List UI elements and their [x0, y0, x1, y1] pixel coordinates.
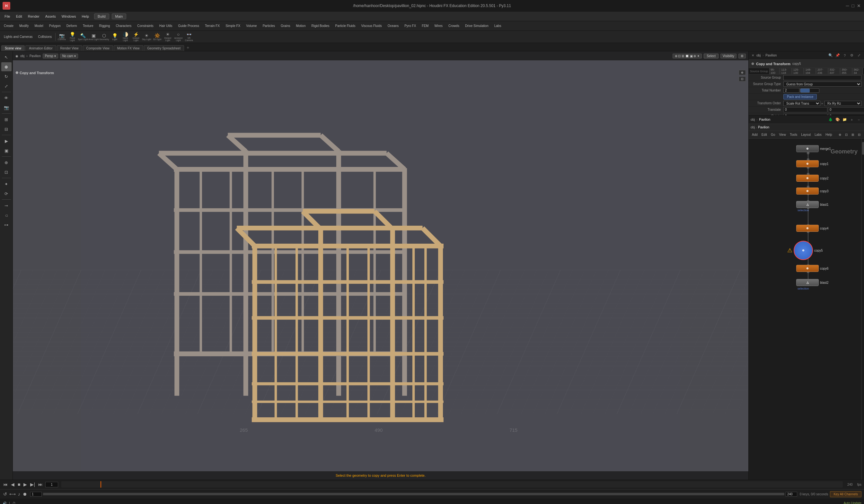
node-blast1[interactable]: △ blast1 [796, 201, 829, 208]
node-copy5-box[interactable]: ⊕ [794, 241, 813, 260]
geometry-button[interactable]: ⬡ Geometry [99, 32, 109, 42]
props-settings-icon[interactable]: ⚙ [849, 52, 855, 59]
tab-volume[interactable]: Volume [243, 23, 259, 28]
ng-icon4[interactable]: ⊟ [856, 133, 862, 137]
overlay-btn-b[interactable]: ⊡ [739, 76, 746, 82]
tab-create[interactable]: Create [1, 23, 16, 28]
options-dropdown[interactable]: ⚙ [739, 53, 746, 59]
range-6[interactable]: 332-337 [828, 68, 840, 74]
node-copy2[interactable]: ⊕ copy2 [796, 175, 829, 182]
ng-view-menu[interactable]: View [778, 133, 787, 137]
tab-particles[interactable]: Particles [260, 23, 277, 28]
rotate-order-select[interactable]: Rx Ry Rz [825, 101, 862, 106]
ng-icon1[interactable]: ⊕ [837, 133, 842, 137]
tab-drivesim[interactable]: Drive Simulation [463, 23, 491, 28]
range-2[interactable]: 113-118 [780, 68, 792, 74]
ng-scrollbar[interactable] [862, 139, 864, 480]
translate-y-input[interactable] [828, 107, 864, 112]
collisions-tab[interactable]: Collisions [36, 34, 55, 39]
handle-tool[interactable]: ⊡ [1, 168, 12, 176]
tl-next-frame-btn[interactable]: ▶| [29, 481, 36, 488]
distant-light-button[interactable]: ☀ Distant Light [163, 32, 173, 42]
ng-add-menu[interactable]: Add [751, 133, 759, 137]
range-1[interactable]: 95-100 [769, 68, 780, 74]
ng-pavilion-2[interactable]: Pavilion [758, 125, 769, 129]
node-copy4-box[interactable]: ⊕ [796, 225, 819, 232]
main-button[interactable]: Main [112, 13, 127, 19]
tab-simplefx[interactable]: Simple FX [223, 23, 243, 28]
grid-tool[interactable]: ⊟ [1, 125, 12, 134]
maximize-button[interactable]: □ [852, 3, 854, 8]
tool-a[interactable]: ⊸ [1, 201, 12, 210]
select-button[interactable]: Select [704, 53, 719, 59]
tl-frame-display[interactable] [45, 482, 58, 487]
tl-stop-btn[interactable]: ■ [17, 481, 21, 488]
node-copy5[interactable]: ⚠ ⊕ copy5 [787, 241, 823, 260]
tl-range-end[interactable] [785, 492, 797, 496]
tab-terrainfx[interactable]: Terrain FX [202, 23, 222, 28]
add-tab-button[interactable]: + [185, 44, 191, 51]
props-help-icon[interactable]: ? [841, 52, 848, 59]
tl-play-btn[interactable]: ▶ [23, 481, 28, 488]
front-light-button[interactable]: 💡 Front Light [67, 32, 77, 42]
ng-layout-menu[interactable]: Layout [800, 133, 812, 137]
ng-asset-browser[interactable]: 📁 [841, 116, 848, 123]
sky-light-button[interactable]: ☀ Sky Light [141, 32, 152, 42]
tab-texture[interactable]: Texture [80, 23, 96, 28]
object-merge-tool[interactable]: ⊕ [1, 158, 12, 167]
source-group-type-select[interactable]: Guess from Group [783, 82, 862, 87]
timeline-track[interactable] [61, 481, 843, 488]
menu-edit[interactable]: Edit [13, 14, 25, 19]
tab-guideprocess[interactable]: Guide Process [175, 23, 202, 28]
vr-camera-button[interactable]: 👓 VR Camera [184, 32, 194, 42]
node-copy4[interactable]: ⊕ copy4 [796, 225, 829, 232]
total-number-slider[interactable] [800, 88, 819, 93]
props-search-icon[interactable]: 🔍 [827, 52, 834, 59]
tl-bounce-btn[interactable]: ⟷ [9, 491, 16, 497]
dynamics-tool[interactable]: ⟳ [1, 189, 12, 198]
camera-button[interactable]: 📷 Camera [57, 32, 67, 42]
render-tool[interactable]: ▶ [1, 136, 12, 145]
props-close-btn[interactable]: ✕ [751, 53, 755, 58]
light-button[interactable]: 💡 Light [109, 32, 120, 42]
3d-light-button[interactable]: 🔆 3D Light [152, 32, 162, 42]
transform-order-select[interactable]: Scale Rot Trans [783, 101, 820, 106]
tab-viscousfluids[interactable]: Viscous Fluids [358, 23, 384, 28]
node-copy3-box[interactable]: ⊕ [796, 187, 819, 195]
tab-crowds[interactable]: Crowds [446, 23, 462, 28]
tab-characters[interactable]: Characters [113, 23, 134, 28]
view-tool[interactable]: 👁 [1, 94, 12, 102]
range-8[interactable]: 362-34 [852, 68, 863, 74]
tool-b[interactable]: ⟤ [1, 211, 12, 220]
tab-motionfxview[interactable]: Motion FX View [114, 45, 143, 51]
menu-windows[interactable]: Windows [59, 14, 79, 19]
close-button[interactable]: ✕ [857, 3, 861, 8]
node-blast2[interactable]: △ blast2 [796, 279, 829, 286]
tl-start-btn[interactable]: ⏮ [2, 481, 8, 488]
pack-instance-button[interactable]: Pack and Instance [783, 94, 817, 99]
spot-light-button[interactable]: 🔦 Spot Light [78, 32, 88, 42]
ambient-light-button[interactable]: ○ Ambient Light [173, 32, 183, 42]
area-light-button[interactable]: ▣ Area Light [88, 32, 99, 42]
ng-pavilion[interactable]: Pavilion [759, 118, 770, 121]
select-tool[interactable]: ↖ [1, 53, 12, 62]
particles-tool[interactable]: ✦ [1, 180, 12, 188]
breadcrumb-pavilion[interactable]: Pavilion [765, 53, 777, 57]
node-blast2-box[interactable]: △ [796, 279, 819, 286]
tab-wires[interactable]: Wires [432, 23, 445, 28]
transform-tool[interactable]: ⊕ [1, 62, 12, 71]
node-copy1[interactable]: ⊕ copy1 [796, 160, 829, 167]
camera-tool[interactable]: 📷 [1, 103, 12, 112]
tab-constraints[interactable]: Constraints [135, 23, 156, 28]
tab-rigging[interactable]: Rigging [96, 23, 112, 28]
tl-prev-frame-btn[interactable]: ◀ [10, 481, 15, 488]
overlay-btn-a[interactable]: ⊕ [739, 70, 746, 75]
window-controls[interactable]: ─ □ ✕ [846, 3, 861, 8]
key-all-channels-button[interactable]: Key All Channels [830, 491, 862, 497]
translate-x-input[interactable] [783, 107, 827, 112]
node-copy6-box[interactable]: ⊕ [796, 265, 819, 272]
tab-polygon[interactable]: Polygon [47, 23, 63, 28]
ng-icon3[interactable]: ⊞ [850, 133, 855, 137]
menu-render[interactable]: Render [25, 14, 42, 19]
tab-hairutils[interactable]: Hair Utils [157, 23, 175, 28]
